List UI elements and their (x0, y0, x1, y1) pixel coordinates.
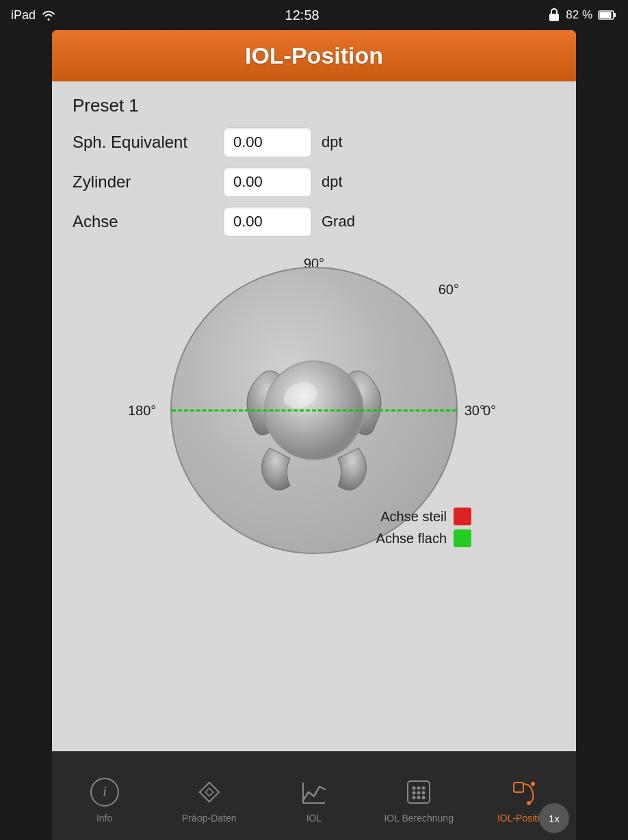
svg-rect-22 (514, 783, 523, 792)
achse-steil-label: Achse steil (380, 509, 447, 525)
praop-tab-icon (193, 776, 226, 809)
degree-0-label: 0° (483, 403, 496, 419)
svg-point-20 (417, 796, 421, 799)
status-right: 82 % (548, 8, 617, 22)
main-container: IOL-Position Preset 1 Sph. Equivalent dp… (52, 30, 576, 840)
achse-flach-color (454, 529, 471, 547)
status-left: iPad (11, 8, 56, 23)
degree-180-label: 180° (128, 403, 156, 419)
sph-equivalent-unit: dpt (322, 133, 343, 151)
svg-rect-9 (205, 788, 213, 796)
svg-point-15 (422, 786, 426, 789)
page-title: IOL-Position (66, 42, 562, 69)
achse-unit: Grad (322, 213, 355, 231)
tab-praop-daten[interactable]: Präop-Daten (157, 752, 261, 840)
tab-bar: i Info Präop-Daten (52, 751, 576, 840)
device-label: iPad (11, 8, 36, 23)
zylinder-label: Zylinder (73, 172, 223, 192)
svg-point-13 (413, 786, 416, 789)
time-display: 12:58 (285, 8, 319, 23)
svg-point-23 (531, 782, 535, 786)
status-bar: iPad 12:58 82 % (0, 0, 628, 30)
sph-equivalent-input[interactable] (223, 127, 312, 157)
info-tab-icon: i (88, 776, 121, 809)
sph-equivalent-row: Sph. Equivalent dpt (73, 127, 555, 157)
svg-rect-3 (600, 12, 612, 18)
tab-praop-label: Präop-Daten (182, 813, 236, 824)
axis-line-180-0 (172, 410, 456, 412)
svg-point-14 (417, 786, 421, 789)
tab-iol-berechnung[interactable]: IOL Berechnung (367, 752, 471, 840)
wifi-icon (41, 9, 56, 21)
tab-info[interactable]: i Info (52, 752, 157, 840)
svg-rect-2 (614, 13, 616, 17)
tab-iol-berechnung-label: IOL Berechnung (384, 813, 453, 824)
legend-item-steil: Achse steil (376, 508, 471, 525)
dial-container: 90° 60° 30° 0° 180° (136, 246, 492, 575)
achse-label: Achse (73, 212, 223, 231)
svg-rect-8 (200, 782, 219, 801)
svg-point-16 (413, 791, 416, 794)
tab-iol-label: IOL (306, 813, 322, 824)
zylinder-input[interactable] (223, 167, 312, 197)
legend-item-flach: Achse flach (376, 529, 471, 547)
tab-info-label: Info (96, 813, 112, 824)
achse-row: Achse Grad (73, 207, 555, 237)
sph-equivalent-label: Sph. Equivalent (73, 133, 223, 152)
content-area: Preset 1 Sph. Equivalent dpt Zylinder dp… (52, 81, 576, 751)
tab-iol[interactable]: IOL (261, 752, 366, 840)
svg-point-21 (422, 796, 426, 799)
battery-icon (598, 10, 617, 21)
svg-text:i: i (103, 783, 107, 800)
achse-steil-color (454, 508, 471, 525)
iol-berechnung-tab-icon (402, 776, 435, 809)
iol-tab-icon (298, 776, 330, 809)
svg-point-19 (413, 796, 416, 799)
degree-60-label: 60° (439, 282, 459, 298)
svg-rect-0 (549, 14, 559, 21)
svg-point-24 (527, 801, 531, 805)
svg-point-17 (417, 791, 421, 794)
degree-30-label: 30° (465, 403, 485, 419)
zoom-label: 1x (549, 813, 560, 824)
zylinder-row: Zylinder dpt (73, 167, 555, 197)
achse-input[interactable] (223, 207, 312, 237)
zoom-badge[interactable]: 1x (539, 803, 569, 833)
lock-icon (548, 8, 560, 22)
legend: Achse steil Achse flach (376, 508, 471, 547)
app-header: IOL-Position (52, 30, 576, 81)
svg-point-18 (422, 791, 426, 794)
preset-label: Preset 1 (73, 95, 555, 116)
achse-flach-label: Achse flach (376, 531, 447, 547)
battery-label: 82 % (566, 8, 592, 22)
iol-position-tab-icon (507, 776, 540, 809)
zylinder-unit: dpt (322, 173, 343, 191)
